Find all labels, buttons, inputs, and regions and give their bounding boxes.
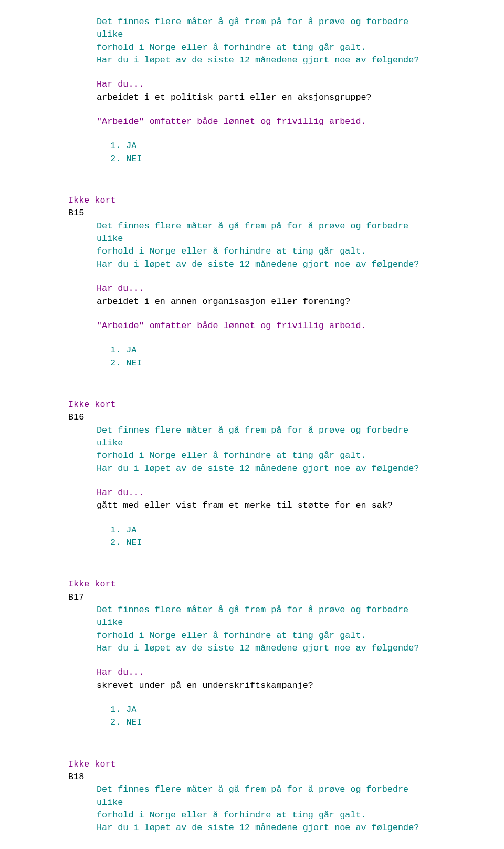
question-b18: Ikke kort B18 Det finnes flere måter å g…	[68, 758, 436, 835]
document-page: Det finnes flere måter å gå frem på for …	[0, 0, 504, 849]
question-note: "Arbeide" omfatter både lønnet og frivil…	[97, 116, 436, 128]
intro-line: forhold i Norge eller å forhindre at tin…	[97, 41, 436, 54]
question-item: arbeidet i et politisk parti eller en ak…	[97, 91, 436, 104]
question-code: B16	[68, 411, 436, 424]
intro-line: forhold i Norge eller å forhindre at tin…	[97, 245, 436, 258]
intro-line: Har du i løpet av de siste 12 månedene g…	[97, 54, 436, 67]
lead-in: Har du...	[97, 78, 436, 91]
question-code: B15	[68, 207, 436, 219]
intro-line: forhold i Norge eller å forhindre at tin…	[97, 630, 436, 642]
answer-option: 1. JA	[110, 524, 436, 537]
answer-option: 1. JA	[110, 344, 436, 357]
answer-option: 1. JA	[110, 704, 436, 716]
card-note: Ikke kort	[68, 578, 436, 591]
question-b16: Ikke kort B16 Det finnes flere måter å g…	[68, 399, 436, 549]
intro-line: Det finnes flere måter å gå frem på for …	[97, 16, 436, 41]
question-code: B18	[68, 771, 436, 783]
question-b17: Ikke kort B17 Det finnes flere måter å g…	[68, 578, 436, 729]
answer-option: 2. NEI	[110, 716, 436, 729]
intro-line: Det finnes flere måter å gå frem på for …	[97, 424, 436, 450]
intro-line: Det finnes flere måter å gå frem på for …	[97, 604, 436, 630]
intro-line: Har du i løpet av de siste 12 månedene g…	[97, 463, 436, 475]
answer-option: 2. NEI	[110, 357, 436, 370]
card-note: Ikke kort	[68, 758, 436, 771]
question-code: B17	[68, 591, 436, 604]
answer-option: 1. JA	[110, 140, 436, 152]
lead-in: Har du...	[97, 282, 436, 295]
intro-line: Har du i løpet av de siste 12 månedene g…	[97, 642, 436, 655]
lead-in: Har du...	[97, 666, 436, 679]
answer-option: 2. NEI	[110, 153, 436, 165]
intro-line: Det finnes flere måter å gå frem på for …	[97, 783, 436, 809]
card-note: Ikke kort	[68, 194, 436, 207]
question-item: skrevet under på en underskriftskampanje…	[97, 679, 436, 692]
question-b14: Det finnes flere måter å gå frem på for …	[68, 16, 436, 165]
question-item: gått med eller vist fram et merke til st…	[97, 499, 436, 512]
intro-line: Har du i løpet av de siste 12 månedene g…	[97, 258, 436, 271]
lead-in: Har du...	[97, 487, 436, 499]
card-note: Ikke kort	[68, 399, 436, 411]
intro-line: Det finnes flere måter å gå frem på for …	[97, 220, 436, 246]
intro-line: Har du i løpet av de siste 12 månedene g…	[97, 822, 436, 834]
intro-line: forhold i Norge eller å forhindre at tin…	[97, 449, 436, 462]
question-item: arbeidet i en annen organisasjon eller f…	[97, 296, 436, 308]
question-note: "Arbeide" omfatter både lønnet og frivil…	[97, 320, 436, 332]
answer-option: 2. NEI	[110, 537, 436, 549]
intro-line: forhold i Norge eller å forhindre at tin…	[97, 809, 436, 822]
question-b15: Ikke kort B15 Det finnes flere måter å g…	[68, 194, 436, 370]
